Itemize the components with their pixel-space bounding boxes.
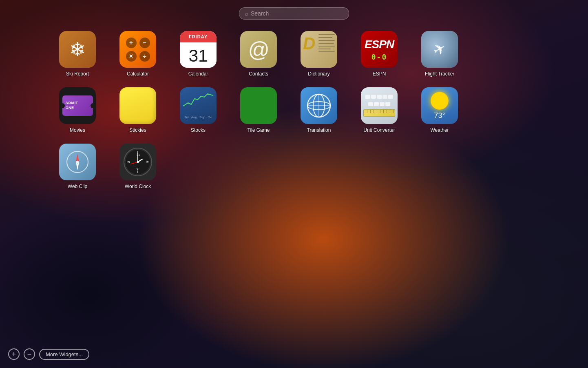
- web-clip-label: Web Clip: [68, 184, 87, 189]
- ski-report-label: Ski Report: [66, 71, 89, 77]
- app-item-movies[interactable]: ADMITONE Movies: [49, 85, 106, 135]
- tile-game-label: Tile Game: [248, 127, 270, 133]
- espn-label: ESPN: [373, 71, 386, 77]
- svg-text:9: 9: [128, 160, 130, 164]
- web-clip-icon: [59, 144, 96, 180]
- keyboard-row-2: [368, 102, 390, 106]
- app-grid: Ski Report + − × ÷ Calculator Friday 31 …: [24, 29, 493, 192]
- app-item-web-clip[interactable]: Web Clip: [49, 141, 106, 192]
- unit-converter-icon: [361, 87, 398, 124]
- bottom-bar: + − More Widgets...: [8, 348, 89, 360]
- stocks-months: JulAugSepOc: [185, 115, 212, 119]
- globe-svg: [305, 92, 332, 119]
- weather-label: Weather: [430, 127, 449, 133]
- app-item-contacts[interactable]: @ Contacts: [230, 29, 287, 79]
- app-item-flight-tracker[interactable]: ✈ Flight Tracker: [411, 29, 468, 79]
- app-item-calendar[interactable]: Friday 31 Calendar: [170, 29, 227, 79]
- svg-point-22: [137, 161, 139, 163]
- app-item-translation[interactable]: Translation: [290, 85, 347, 135]
- sun-icon: [431, 92, 449, 110]
- clock-svg: 12 6 9 3: [123, 147, 153, 177]
- app-item-world-clock[interactable]: 12 6 9 3 World Clock: [109, 141, 166, 192]
- dict-letter: D: [303, 35, 315, 52]
- weather-icon: 73°: [421, 87, 458, 124]
- stocks-icon: JulAugSepOc: [180, 87, 217, 124]
- contacts-icon: @: [240, 31, 277, 68]
- stickies-icon: [119, 87, 156, 124]
- calendar-label: Calendar: [188, 71, 208, 77]
- app-item-weather[interactable]: 73° Weather: [411, 85, 468, 135]
- svg-point-8: [76, 161, 79, 163]
- dictionary-icon: D: [301, 31, 337, 68]
- svg-text:6: 6: [137, 167, 139, 171]
- more-widgets-button[interactable]: More Widgets...: [39, 349, 89, 360]
- app-item-tile-game[interactable]: Tile Game: [230, 85, 287, 135]
- app-item-stocks[interactable]: JulAugSepOc Stocks: [170, 85, 227, 135]
- calc-divide: ÷: [139, 51, 150, 62]
- movies-icon: ADMITONE: [59, 87, 96, 124]
- dict-lines: [318, 34, 335, 52]
- app-item-calculator[interactable]: + − × ÷ Calculator: [109, 29, 166, 79]
- ticket-shape: ADMITONE: [62, 95, 93, 116]
- svg-text:12: 12: [137, 153, 140, 157]
- ski-report-icon: [59, 31, 96, 68]
- dictionary-label: Dictionary: [308, 71, 329, 77]
- calc-minus: −: [139, 38, 150, 48]
- stocks-chart-svg: [183, 91, 213, 109]
- calculator-icon: + − × ÷: [119, 31, 156, 68]
- contacts-at-symbol: @: [248, 37, 270, 62]
- remove-widget-button[interactable]: −: [24, 348, 35, 360]
- ticket-text: ADMITONE: [66, 101, 78, 110]
- weather-temp: 73°: [434, 111, 445, 120]
- stickies-label: Stickies: [129, 127, 146, 133]
- calendar-day: Friday: [180, 31, 217, 42]
- app-item-stickies[interactable]: Stickies: [109, 85, 166, 135]
- movies-label: Movies: [70, 127, 85, 133]
- calc-plus: +: [126, 38, 137, 48]
- flight-tracker-label: Flight Tracker: [425, 71, 455, 77]
- compass-svg: [65, 150, 90, 174]
- app-item-dictionary[interactable]: D Dictionary: [290, 29, 347, 79]
- stocks-label: Stocks: [191, 127, 206, 133]
- keyboard-row-1: [365, 95, 393, 99]
- espn-text: ESPN: [365, 38, 394, 51]
- add-widget-button[interactable]: +: [8, 348, 20, 360]
- app-item-ski-report[interactable]: Ski Report: [49, 29, 106, 79]
- espn-icon: ESPN 0-0: [361, 31, 398, 68]
- calculator-label: Calculator: [127, 71, 149, 77]
- unit-converter-label: Unit Converter: [363, 127, 395, 133]
- app-item-unit-converter[interactable]: Unit Converter: [351, 85, 408, 135]
- tile-game-icon: [240, 87, 277, 124]
- main-content: ⌕ Ski Report + − × ÷ Calculator Friday 3…: [0, 0, 588, 368]
- calendar-date: 31: [189, 42, 208, 68]
- calendar-icon: Friday 31: [180, 31, 217, 68]
- search-icon: ⌕: [245, 11, 248, 17]
- app-item-espn[interactable]: ESPN 0-0 ESPN: [351, 29, 408, 79]
- ruler-shape: [363, 109, 395, 117]
- world-clock-icon: 12 6 9 3: [119, 144, 156, 180]
- translation-label: Translation: [307, 127, 331, 133]
- espn-score: 0-0: [371, 53, 387, 61]
- translation-icon: [301, 87, 337, 124]
- search-input[interactable]: [251, 10, 343, 17]
- calc-multiply: ×: [126, 51, 137, 62]
- flight-tracker-icon: ✈: [421, 31, 458, 68]
- search-bar[interactable]: ⌕: [239, 7, 349, 20]
- svg-text:3: 3: [146, 160, 148, 164]
- world-clock-label: World Clock: [125, 184, 151, 189]
- contacts-label: Contacts: [249, 71, 268, 77]
